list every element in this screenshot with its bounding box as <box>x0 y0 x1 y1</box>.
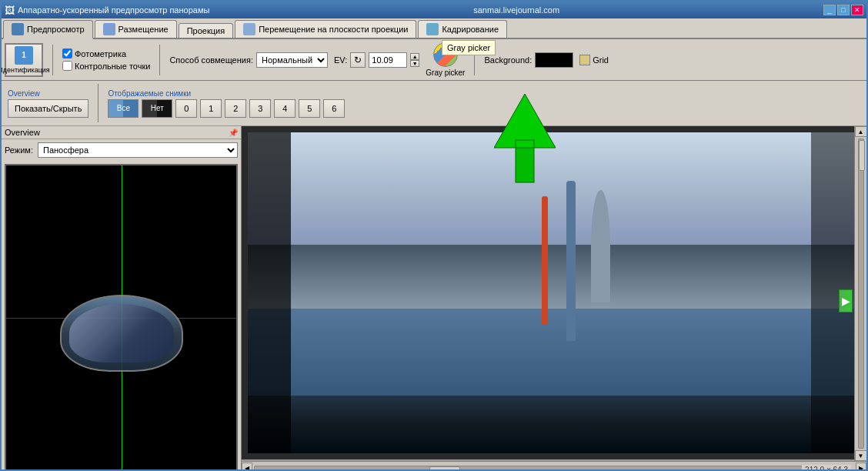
toolbar-separator-1 <box>52 45 53 75</box>
tower-blue <box>566 181 576 342</box>
photometric-row: Фотометрика <box>62 48 150 58</box>
ev-input[interactable] <box>369 52 407 68</box>
grid-label: Grid <box>593 55 609 65</box>
num-btn-3[interactable]: 3 <box>249 99 271 118</box>
nav-right-button[interactable]: ▶ <box>839 289 853 312</box>
tower-red <box>542 196 548 325</box>
scroll-thumb-horizontal[interactable] <box>429 466 460 472</box>
panorama-image <box>248 132 860 453</box>
identification-icon: 1 <box>15 46 33 65</box>
background-swatch[interactable] <box>535 52 573 68</box>
ev-up-button[interactable]: ▲ <box>410 53 419 60</box>
tab-bar: Предпросмотр Размещение Проекция Перемещ… <box>2 18 866 39</box>
background-area: Background: <box>484 52 573 68</box>
gray-picker-label: Gray picker <box>426 68 465 77</box>
panel-pin-button[interactable]: 📌 <box>229 129 238 137</box>
app-title: Аппаратно-ускоренный предпросмотр панора… <box>18 5 209 15</box>
blend-method-label: Способ совмещения: <box>169 55 253 65</box>
num-btn-5[interactable]: 5 <box>299 99 320 118</box>
identification-button[interactable]: 1 Идентификация <box>5 43 43 77</box>
num-btn-1[interactable]: 1 <box>200 99 222 118</box>
tab-placement[interactable]: Размещение <box>95 20 177 38</box>
identification-label: Идентификация <box>0 66 50 74</box>
blend-method-combo[interactable]: Нормальный <box>256 52 328 68</box>
close-button[interactable]: ✕ <box>851 5 863 15</box>
num-btn-6[interactable]: 6 <box>323 99 345 118</box>
shots-bar: Overview Показать/Скрыть Отображаемые сн… <box>2 81 866 126</box>
tab-placement-icon <box>103 23 115 35</box>
titlebar-left: 🖼 Аппаратно-ускоренный предпросмотр пано… <box>5 5 209 16</box>
tab-framing[interactable]: Кадрирование <box>418 20 507 38</box>
titlebar-controls: _ □ ✕ <box>823 5 863 15</box>
tab-placement-label: Размещение <box>119 25 169 34</box>
scroll-up-button[interactable]: ▲ <box>855 126 867 137</box>
main-window: 🖼 Аппаратно-ускоренный предпросмотр пано… <box>0 0 868 471</box>
all-label: Все <box>117 104 130 112</box>
scroll-thumb-vertical[interactable] <box>859 140 865 171</box>
tab-proj-move-icon <box>243 23 255 35</box>
scroll-left-button[interactable]: ◀ <box>242 463 252 472</box>
ev-spinners: ▲ ▼ <box>410 53 419 67</box>
toolbar: 1 Идентификация Фотометрика Контрольные … <box>2 39 866 81</box>
ev-refresh-button[interactable]: ↻ <box>350 52 366 68</box>
mini-panorama-inner <box>69 304 174 362</box>
maximize-button[interactable]: □ <box>837 5 850 15</box>
right-panel: ▶ ◀ ▼ ▶ ▲ ▼ 212.0 × 64.3 <box>242 126 866 471</box>
photometric-label: Фотометрика <box>75 49 126 58</box>
tab-preview-icon <box>12 23 24 35</box>
grid-swatch[interactable] <box>579 55 590 65</box>
foreground-area <box>248 396 860 453</box>
overview-section: Overview Показать/Скрыть <box>8 89 88 118</box>
tab-proj-move-label: Перемещение на плоскости проекции <box>259 25 408 34</box>
refresh-icon: ↻ <box>354 55 362 65</box>
grid-area: Grid <box>579 55 609 65</box>
photometric-checkbox[interactable] <box>62 48 72 58</box>
none-button[interactable]: Нет <box>142 99 172 118</box>
scroll-down-button[interactable]: ▼ <box>855 450 867 461</box>
overview-controls: Показать/Скрыть <box>8 99 88 118</box>
horizontal-scrollbar: ◀ ▼ ▶ <box>242 461 866 471</box>
num-btn-2[interactable]: 2 <box>225 99 246 118</box>
displayed-section: Отображаемые снимки Все Нет 0 1 2 3 4 5 … <box>108 89 345 118</box>
ev-label: EV: <box>334 55 347 65</box>
scroll-right-button[interactable]: ▶ <box>856 463 866 472</box>
scroll-track-horizontal[interactable] <box>254 466 837 472</box>
mini-panorama <box>60 295 183 372</box>
ev-group: EV: ↻ ▲ ▼ <box>334 52 419 68</box>
overview-header-label: Overview <box>5 128 40 137</box>
titlebar: 🖼 Аппаратно-ускоренный предпросмотр пано… <box>2 2 866 18</box>
blend-method-group: Способ совмещения: Нормальный <box>169 52 328 68</box>
control-points-checkbox[interactable] <box>62 61 72 71</box>
tab-projection-label: Проекция <box>187 26 225 35</box>
scroll-track-vertical[interactable] <box>858 139 864 449</box>
tab-framing-icon <box>426 23 439 35</box>
left-panel: Overview 📌 Режим: Паносфера Цилиндр Плос… <box>2 126 242 471</box>
gray-picker-button[interactable]: Gray picker <box>426 42 465 77</box>
panorama-view[interactable] <box>242 126 866 459</box>
all-button[interactable]: Все <box>108 99 139 118</box>
window-title: sanmai.livejournal.com <box>209 5 823 15</box>
toolbar-separator-2 <box>159 45 160 75</box>
displayed-controls: Все Нет 0 1 2 3 4 5 6 <box>108 99 345 118</box>
minimize-button[interactable]: _ <box>823 5 836 15</box>
identification-number: 1 <box>22 51 26 59</box>
tab-projection[interactable]: Проекция <box>179 23 233 38</box>
num-btn-4[interactable]: 4 <box>274 99 295 118</box>
checkbox-area: Фотометрика Контрольные точки <box>62 48 150 71</box>
overview-canvas <box>5 164 238 471</box>
tab-preview[interactable]: Предпросмотр <box>3 20 93 39</box>
ev-down-button[interactable]: ▼ <box>410 60 419 67</box>
show-hide-button[interactable]: Показать/Скрыть <box>8 99 88 118</box>
tab-projection-move[interactable]: Перемещение на плоскости проекции <box>235 20 416 38</box>
background-label: Background: <box>484 55 532 65</box>
overview-title: Overview <box>8 89 88 98</box>
main-area: Overview 📌 Режим: Паносфера Цилиндр Плос… <box>2 126 866 471</box>
mode-label: Режим: <box>5 145 33 155</box>
mode-combo[interactable]: Паносфера Цилиндр Плоскость <box>38 142 238 158</box>
left-column <box>248 132 291 453</box>
num-btn-0[interactable]: 0 <box>175 99 197 118</box>
control-points-row: Контрольные точки <box>62 61 150 71</box>
right-column <box>811 132 860 453</box>
none-label: Нет <box>151 104 164 112</box>
displayed-title: Отображаемые снимки <box>108 89 345 98</box>
